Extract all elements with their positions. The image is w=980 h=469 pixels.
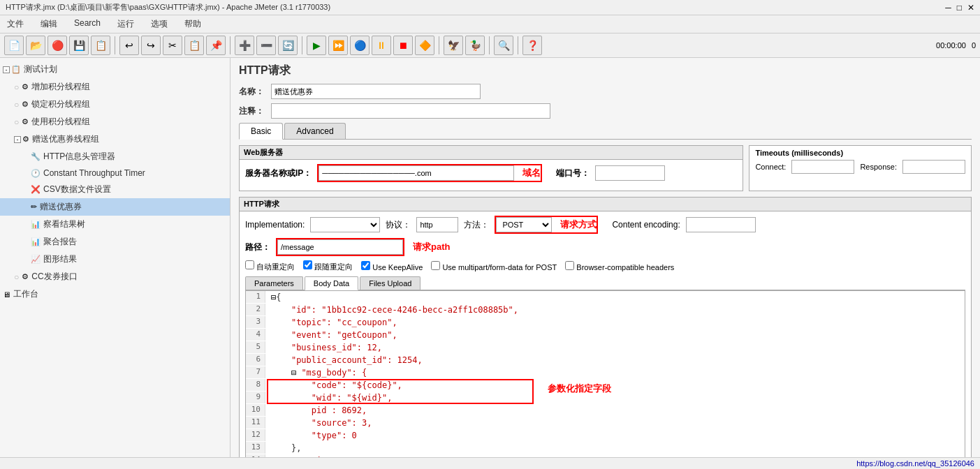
follow-redirect-label[interactable]: 跟随重定向	[303, 260, 353, 272]
name-row: 名称：	[239, 84, 972, 99]
undo-btn[interactable]: ↩	[119, 36, 139, 55]
method-select[interactable]: POST GET PUT DELETE	[496, 217, 552, 232]
connect-input[interactable]	[791, 160, 854, 174]
start-btn[interactable]: ▶	[307, 36, 326, 55]
collapse-btn[interactable]: ➖	[256, 36, 276, 55]
maximize-btn[interactable]: □	[957, 3, 962, 13]
search-btn[interactable]: 🔍	[494, 36, 513, 55]
code-line-3: 3 "topic": "cc_coupon",	[246, 316, 965, 329]
encoding-input[interactable]	[686, 217, 756, 232]
start-no-pause-btn[interactable]: ⏩	[328, 36, 348, 55]
line-num-5: 5	[246, 341, 265, 353]
sidebar-item-constant-timer[interactable]: 🕐 Constant Throughput Timer	[0, 165, 230, 181]
auto-redirect-checkbox[interactable]	[245, 260, 254, 269]
tab-body-data[interactable]: Body Data	[305, 276, 358, 290]
shutdown-btn[interactable]: 🔶	[415, 36, 434, 55]
csv-icon: ❌	[31, 185, 41, 194]
response-input[interactable]	[902, 160, 965, 174]
help-btn[interactable]: ❓	[522, 36, 542, 55]
sidebar-item-cc[interactable]: ○ ⚙ CC发券接口	[0, 268, 230, 285]
sidebar-item-lock-points[interactable]: ○ ⚙ 锁定积分线程组	[0, 96, 230, 113]
protocol-label: 协议：	[386, 219, 411, 231]
expand-test-plan[interactable]: -	[3, 66, 10, 73]
clear-btn[interactable]: 🦅	[444, 36, 463, 55]
sidebar-item-workbench[interactable]: 🖥 工作台	[0, 285, 230, 303]
title-text: HTTP请求.jmx (D:\桌面\项目\新零售\paas\GXG\HTTP请求…	[6, 2, 330, 13]
expand-btn[interactable]: ➕	[235, 36, 254, 55]
keepalive-checkbox[interactable]	[361, 261, 370, 270]
browser-headers-label[interactable]: Browser-compatible headers	[565, 261, 674, 271]
code-line-12: 12 "type": 0	[246, 429, 965, 442]
sidebar-item-aggregate[interactable]: 📊 聚合报告	[0, 233, 230, 251]
leaf-icon4: ○	[14, 272, 19, 282]
line-num-8: 8	[246, 379, 265, 391]
separator2	[230, 36, 231, 54]
main-layout: - 📋 测试计划 ○ ⚙ 增加积分线程组 ○ ⚙ 锁定积分线程组 ○ ⚙ 使用	[0, 58, 980, 468]
sidebar-item-csv[interactable]: ❌ CSV数据文件设置	[0, 181, 230, 198]
sidebar-item-http-header[interactable]: 🔧 HTTP信息头管理器	[0, 148, 230, 165]
new-btn[interactable]: 📄	[4, 36, 24, 55]
sidebar-item-coupon-group[interactable]: - ⚙ 赠送优惠券线程组	[0, 131, 230, 148]
count-display: 0	[972, 41, 976, 50]
tab-parameters[interactable]: Parameters	[245, 276, 303, 290]
menu-help[interactable]: 帮助	[180, 17, 205, 31]
sidebar-item-result-tree[interactable]: 📊 察看结果树	[0, 216, 230, 233]
impl-select[interactable]	[310, 217, 380, 232]
connect-label: Connect:	[755, 163, 786, 171]
page-title: HTTP请求	[239, 64, 972, 78]
sidebar-item-coupon[interactable]: ✏ 赠送优惠券	[0, 198, 230, 216]
copy-btn[interactable]: 📋	[184, 36, 204, 55]
server-input[interactable]	[319, 165, 514, 181]
redo-btn[interactable]: ↪	[141, 36, 161, 55]
path-input[interactable]	[277, 239, 403, 255]
stop-btn[interactable]: ⏹	[393, 36, 413, 55]
encoding-label: Content encoding:	[612, 220, 680, 230]
multipart-label[interactable]: Use multipart/form-data for POST	[431, 261, 557, 271]
cut-btn[interactable]: ✂	[163, 36, 182, 55]
clear-all-btn[interactable]: 🦆	[465, 36, 485, 55]
browser-headers-checkbox[interactable]	[565, 261, 574, 270]
close-btn[interactable]: ✕	[967, 3, 974, 13]
menu-search[interactable]: Search	[70, 17, 105, 31]
sidebar-item-use-points[interactable]: ○ ⚙ 使用积分线程组	[0, 113, 230, 131]
timer-display: 00:00:00	[936, 41, 966, 50]
follow-redirect-checkbox[interactable]	[303, 260, 312, 269]
close-btn-toolbar[interactable]: 🔴	[47, 36, 67, 55]
code-line-6: 6 "public_account_id": 1254,	[246, 354, 965, 366]
expand-coupon-group[interactable]: -	[14, 136, 21, 143]
minimize-btn[interactable]: ─	[945, 3, 951, 13]
sidebar-item-add-points[interactable]: ○ ⚙ 增加积分线程组	[0, 78, 230, 96]
name-input[interactable]	[271, 84, 481, 99]
thread-icon: ⚙	[22, 82, 29, 91]
save-as-btn[interactable]: 📋	[91, 36, 110, 55]
menu-file[interactable]: 文件	[3, 17, 28, 31]
keepalive-label[interactable]: Use KeepAlive	[361, 261, 423, 271]
method-annotation: 请求方式	[560, 218, 597, 231]
open-btn[interactable]: 📂	[26, 36, 45, 55]
port-input[interactable]	[595, 165, 665, 181]
coupon-icon: ✏	[31, 202, 37, 211]
auto-redirect-label[interactable]: 自动重定向	[245, 260, 295, 272]
comment-input[interactable]	[271, 103, 550, 119]
validate-btn[interactable]: 🔵	[350, 36, 370, 55]
save-btn[interactable]: 💾	[69, 36, 89, 55]
tab-basic[interactable]: Basic	[239, 123, 283, 140]
workbench-icon: 🖥	[3, 290, 10, 299]
pause-btn[interactable]: ⏸	[372, 36, 391, 55]
test-plan-icon: 📋	[11, 65, 21, 74]
paste-btn[interactable]: 📌	[206, 36, 226, 55]
multipart-checkbox[interactable]	[431, 261, 440, 270]
menu-run[interactable]: 运行	[113, 17, 138, 31]
tab-files-upload[interactable]: Files Upload	[360, 276, 420, 290]
web-server-content: 服务器名称或IP： 域名 端口号：	[240, 160, 743, 191]
content-area: HTTP请求 名称： 注释： Basic Advanced Web服务器 服务器	[231, 58, 980, 468]
sidebar-item-test-plan[interactable]: - 📋 测试计划	[0, 61, 230, 78]
menu-options[interactable]: 选项	[147, 17, 172, 31]
code-editor: 1 ⊟{ 2 "id": "1bb1cc92-cece-4246-becc-a2…	[245, 290, 965, 468]
toggle-btn[interactable]: 🔄	[278, 36, 298, 55]
protocol-input[interactable]	[416, 217, 458, 232]
sidebar-item-graph[interactable]: 📈 图形结果	[0, 251, 230, 268]
tab-advanced[interactable]: Advanced	[284, 123, 345, 139]
menu-edit[interactable]: 编辑	[36, 17, 61, 31]
line-num-11: 11	[246, 417, 265, 429]
